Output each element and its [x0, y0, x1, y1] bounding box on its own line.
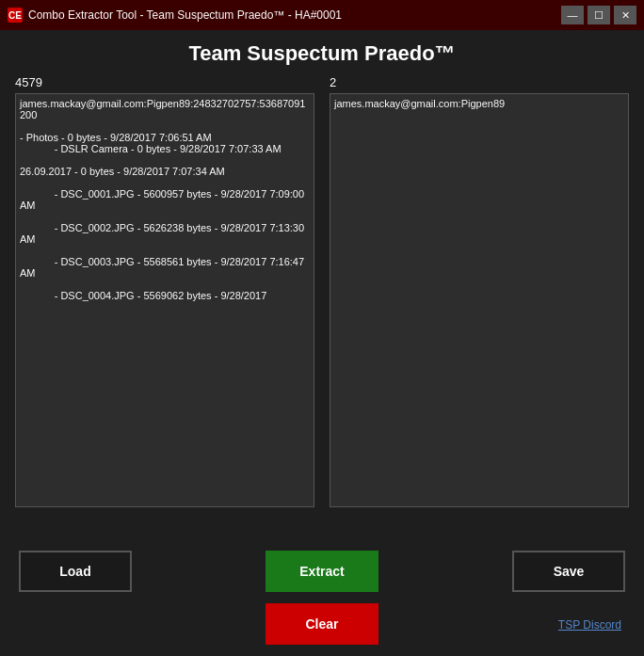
save-button[interactable]: Save: [512, 551, 625, 592]
load-button[interactable]: Load: [19, 551, 132, 592]
title-bar-controls: — ☐ ✕: [561, 6, 636, 24]
right-panel-textarea[interactable]: [330, 93, 629, 507]
right-panel-count: 2: [330, 75, 629, 89]
bottom-row: Clear TSP Discord: [15, 603, 629, 645]
title-bar-left: CE Combo Extractor Tool - Team Suspectum…: [8, 8, 342, 23]
left-panel-count: 4579: [15, 75, 314, 89]
title-bar: CE Combo Extractor Tool - Team Suspectum…: [0, 0, 644, 30]
close-button[interactable]: ✕: [614, 6, 636, 24]
minimize-button[interactable]: —: [561, 6, 584, 24]
clear-button[interactable]: Clear: [266, 603, 378, 645]
right-panel: 2: [330, 75, 629, 507]
app-icon-label: CE: [8, 10, 22, 21]
discord-link-wrapper: TSP Discord: [558, 616, 621, 632]
left-panel: 4579: [15, 75, 314, 507]
bottom-row-inner: Clear TSP Discord: [19, 603, 625, 645]
app-icon: CE: [8, 8, 23, 23]
title-bar-title: Combo Extractor Tool - Team Suspectum Pr…: [28, 8, 342, 22]
maximize-button[interactable]: ☐: [588, 6, 610, 24]
main-content: Team Suspectum Praedo™ 4579 2 Load Extra…: [0, 30, 644, 656]
panels-row: 4579 2: [15, 75, 629, 539]
left-panel-textarea[interactable]: [15, 93, 314, 507]
discord-link[interactable]: TSP Discord: [558, 618, 621, 632]
app-title: Team Suspectum Praedo™: [188, 41, 455, 66]
extract-button[interactable]: Extract: [266, 551, 378, 592]
buttons-row: Load Extract Save: [15, 551, 629, 592]
